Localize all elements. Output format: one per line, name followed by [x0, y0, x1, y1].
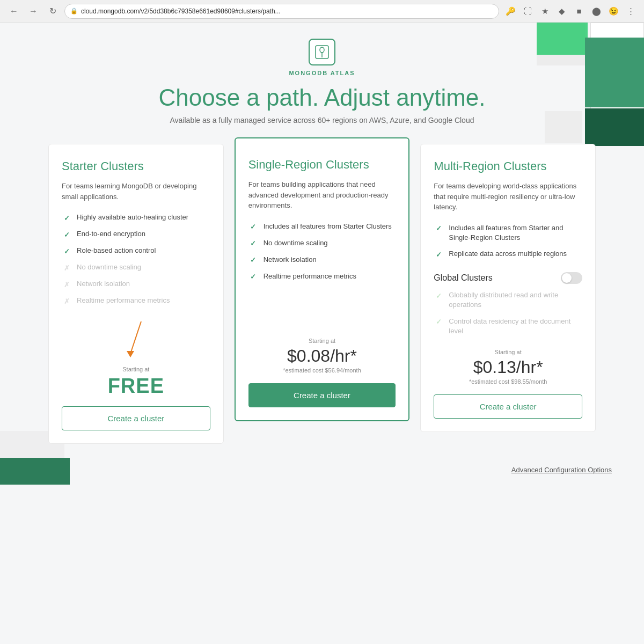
- svg-marker-4: [127, 351, 134, 357]
- single-region-pricing: Starting at $0.08/hr* *estimated cost $5…: [248, 338, 396, 374]
- key-icon[interactable]: 🔑: [503, 4, 517, 18]
- check-icon-dimmed: ✓: [434, 291, 443, 301]
- brand-name: MONGODB ATLAS: [289, 70, 355, 76]
- feature-text: Realtime performance metrics: [264, 272, 356, 281]
- feature-text-disabled: Realtime performance metrics: [77, 296, 170, 305]
- check-icon: ✓: [248, 272, 258, 282]
- feature-text: Network isolation: [264, 255, 317, 265]
- extension3-icon[interactable]: ⬤: [589, 4, 603, 18]
- svg-line-3: [130, 321, 141, 354]
- single-region-clusters-card: Single-Region Clusters For teams buildin…: [235, 137, 410, 421]
- check-icon: ✓: [434, 224, 443, 233]
- check-icon: ✓: [62, 246, 71, 256]
- single-region-price: $0.08/hr*: [248, 346, 396, 366]
- cross-icon: ✗: [62, 263, 71, 273]
- browser-chrome: ← → ↻ 🔒 cloud.mongodb.com/v2/5dd38b6c793…: [0, 0, 644, 23]
- price-estimate: *estimated cost $56.94/month: [248, 367, 396, 374]
- feature-text: Includes all features from Starter Clust…: [264, 222, 392, 231]
- single-region-create-button[interactable]: Create a cluster: [248, 383, 396, 407]
- feature-text-dimmed: Globablly distributed read and write ope…: [449, 290, 582, 310]
- multi-region-clusters-card: Multi-Region Clusters For teams developi…: [420, 144, 596, 432]
- screenshot-icon[interactable]: ⛶: [521, 4, 535, 18]
- price-estimate: *estimated cost $98.55/month: [434, 378, 582, 385]
- list-item: ✓ No downtime scaling: [248, 238, 396, 248]
- check-icon: ✓: [434, 250, 443, 259]
- cross-icon: ✗: [62, 296, 71, 306]
- check-icon: ✓: [248, 222, 258, 232]
- list-item: ✓ Includes all features from Starter and…: [434, 223, 582, 243]
- global-clusters-feature-list: ✓ Globablly distributed read and write o…: [434, 290, 582, 336]
- check-icon-dimmed: ✓: [434, 317, 443, 327]
- advanced-configuration-link[interactable]: Advanced Configuration Options: [511, 466, 612, 474]
- starting-at-label: Starting at: [248, 338, 396, 344]
- mongodb-svg: [314, 45, 330, 60]
- multi-region-card-description: For teams developing world-class applica…: [434, 181, 582, 213]
- menu-icon[interactable]: ⋮: [624, 4, 638, 18]
- global-clusters-section: Global Clusters ✓ Globablly distributed …: [434, 272, 582, 336]
- check-icon: ✓: [248, 239, 258, 248]
- starter-card-description: For teams learning MongoDB or developing…: [62, 181, 210, 202]
- list-item: ✓ Replicate data across multiple regions: [434, 249, 582, 259]
- url-text: cloud.mongodb.com/v2/5dd38b6c79358e661ed…: [81, 8, 281, 15]
- address-bar[interactable]: 🔒 cloud.mongodb.com/v2/5dd38b6c79358e661…: [64, 4, 499, 19]
- list-item: ✓ Role-based action control: [62, 246, 210, 256]
- multi-region-pricing: Starting at $0.13/hr* *estimated cost $9…: [434, 349, 582, 385]
- check-icon: ✓: [62, 213, 71, 223]
- pricing-cards-grid: Starter Clusters For teams learning Mong…: [43, 144, 601, 444]
- feature-text-disabled: Network isolation: [77, 279, 130, 289]
- feature-text: Highly available auto-healing cluster: [77, 213, 188, 222]
- feature-text: End-to-end encryption: [77, 229, 145, 239]
- list-item: ✗ Network isolation: [62, 279, 210, 289]
- starter-pricing: Starting at FREE: [62, 366, 210, 398]
- arrow-svg: [109, 319, 163, 362]
- extension1-icon[interactable]: ◆: [555, 4, 569, 18]
- multi-region-price: $0.13/hr*: [434, 357, 582, 377]
- feature-text: No downtime scaling: [264, 238, 328, 248]
- cross-icon: ✗: [62, 280, 71, 289]
- forward-button[interactable]: →: [26, 4, 41, 19]
- extension4-icon[interactable]: 😉: [606, 4, 620, 18]
- starting-at-label: Starting at: [434, 349, 582, 355]
- single-region-feature-list: ✓ Includes all features from Starter Clu…: [248, 222, 396, 282]
- single-region-card-description: For teams building applications that nee…: [248, 179, 396, 211]
- global-clusters-label: Global Clusters: [434, 273, 492, 283]
- mongodb-logo-icon: [309, 39, 335, 65]
- list-item: ✗ No downtime scaling: [62, 262, 210, 273]
- starting-at-label: Starting at: [62, 366, 210, 372]
- back-button[interactable]: ←: [6, 4, 21, 19]
- refresh-button[interactable]: ↻: [45, 4, 60, 19]
- logo-section: MONGODB ATLAS: [21, 39, 623, 76]
- feature-text-disabled: No downtime scaling: [77, 262, 141, 272]
- main-content: MONGODB ATLAS Choose a path. Adjust anyt…: [0, 23, 644, 444]
- multi-region-feature-list: ✓ Includes all features from Starter and…: [434, 223, 582, 259]
- feature-text: Role-based action control: [77, 246, 156, 255]
- global-clusters-toggle[interactable]: [561, 272, 582, 284]
- list-item: ✗ Realtime performance metrics: [62, 296, 210, 306]
- single-region-card-title: Single-Region Clusters: [248, 158, 396, 172]
- global-clusters-header: Global Clusters: [434, 272, 582, 284]
- check-icon: ✓: [62, 230, 71, 239]
- list-item: ✓ Control data residency at the document…: [434, 317, 582, 336]
- page-title: Choose a path. Adjust anytime.: [21, 85, 623, 111]
- check-icon: ✓: [248, 255, 258, 265]
- lock-icon: 🔒: [70, 8, 78, 14]
- starter-card-title: Starter Clusters: [62, 159, 210, 173]
- skip-link[interactable]: Skip: [32, 465, 47, 474]
- list-item: ✓ Includes all features from Starter Clu…: [248, 222, 396, 232]
- starter-create-button[interactable]: Create a cluster: [62, 406, 210, 430]
- page-subtitle: Available as a fully managed service acr…: [21, 116, 623, 125]
- starter-feature-list: ✓ Highly available auto-healing cluster …: [62, 213, 210, 306]
- feature-text: Replicate data across multiple regions: [449, 249, 567, 259]
- free-price: FREE: [62, 375, 210, 398]
- list-item: ✓ Realtime performance metrics: [248, 272, 396, 282]
- list-item: ✓ Globablly distributed read and write o…: [434, 290, 582, 310]
- multi-region-card-title: Multi-Region Clusters: [434, 159, 582, 173]
- svg-point-1: [320, 47, 324, 53]
- extension2-icon[interactable]: ■: [572, 4, 586, 18]
- list-item: ✓ Network isolation: [248, 255, 396, 265]
- browser-actions: 🔑 ⛶ ★ ◆ ■ ⬤ 😉 ⋮: [503, 4, 638, 18]
- bookmark-icon[interactable]: ★: [538, 4, 552, 18]
- toggle-knob: [562, 273, 572, 283]
- feature-text-dimmed: Control data residency at the document l…: [449, 317, 582, 336]
- multi-region-create-button[interactable]: Create a cluster: [434, 394, 582, 419]
